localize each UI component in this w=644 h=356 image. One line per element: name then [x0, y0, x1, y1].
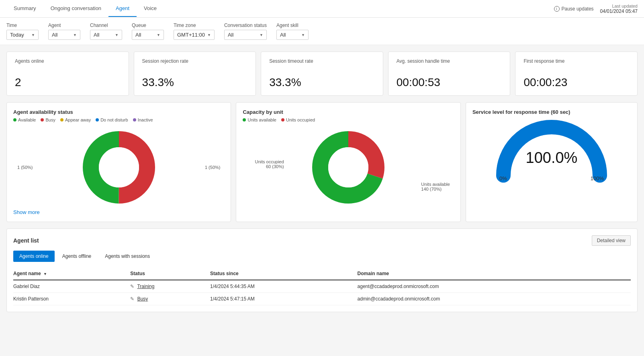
agent-since-cell: 1/4/2024 5:44:35 AM [210, 280, 358, 293]
column-header: Domain name [358, 268, 631, 280]
chevron-down-icon: ▼ [73, 33, 77, 37]
filter-label: Agent [48, 23, 80, 28]
service-level-card: Service level for response time (60 sec)… [466, 102, 638, 222]
chevron-down-icon: ▼ [260, 33, 263, 37]
status-text: Busy [137, 296, 148, 302]
legend-dot [133, 118, 136, 121]
kpi-title: Agents online [15, 58, 121, 64]
kpi-card: Session timeout rate 33.3% [261, 51, 383, 96]
legend-item: Busy [41, 117, 55, 122]
legend-dot [96, 118, 99, 121]
header-right: i Pause updates Last updated 04/01/2024 … [554, 4, 638, 14]
legend-item: Do not disturb [96, 117, 128, 122]
legend-dot [60, 118, 63, 121]
svg-point-2 [99, 147, 139, 187]
agent-domain-cell: admin@ccadadeprod.onmicrosoft.com [358, 293, 631, 305]
filter-group-queue: Queue All ▼ [132, 23, 164, 40]
agent-name-cell: Kristin Patterson [13, 293, 130, 305]
agent-tab-agents-online[interactable]: Agents online [13, 251, 55, 262]
kpi-value: 33.3% [269, 76, 375, 89]
tab-summary[interactable]: Summary [6, 0, 43, 17]
capacity-donut [308, 127, 388, 208]
filter-select[interactable]: All ▼ [276, 30, 309, 40]
kpi-card: Agents online 2 [6, 51, 129, 96]
column-header: Agent name ▼ [13, 268, 130, 280]
agent-name-cell: Gabriel Diaz [13, 280, 130, 293]
filter-label: Time zone [174, 23, 215, 28]
agent-availability-donut [79, 127, 159, 208]
donut-label-right: 1 (50%) [205, 165, 221, 170]
kpi-value: 33.3% [142, 76, 248, 89]
agent-status-cell: ✎ Training [130, 280, 210, 293]
info-circle-icon: i [554, 6, 560, 12]
agent-domain-cell: agent@ccadadeprod.onmicrosoft.com [358, 280, 631, 293]
agent-tabs: Agents onlineAgents offlineAgents with s… [13, 251, 631, 262]
table-row: Kristin Patterson ✎ Busy 1/4/2024 5:47:1… [13, 293, 631, 305]
agent-list-header: Agent list Detailed view [13, 235, 631, 246]
pause-updates-button[interactable]: i Pause updates [554, 6, 594, 12]
kpi-title: First response time [523, 58, 629, 64]
chevron-down-icon: ▼ [207, 33, 211, 37]
agent-tab-agents-offline[interactable]: Agents offline [56, 251, 98, 262]
agent-status-cell: ✎ Busy [130, 293, 210, 305]
filter-label: Time [6, 23, 39, 28]
gauge-container: 100.0% 0% 100% [472, 119, 631, 181]
main-content: Agents online 2 Session rejection rate 3… [0, 45, 644, 319]
kpi-title: Session rejection rate [142, 58, 248, 64]
filter-select[interactable]: All ▼ [132, 30, 164, 40]
legend-item: Inactive [133, 117, 153, 122]
kpi-card: First response time 00:00:23 [515, 51, 638, 96]
filter-group-conversation-status: Conversation status All ▼ [224, 23, 267, 40]
filter-group-agent: Agent All ▼ [48, 23, 80, 40]
agent-availability-title: Agent availability status [13, 109, 224, 115]
service-level-title: Service level for response time (60 sec) [472, 109, 631, 115]
agent-list-title: Agent list [13, 237, 39, 244]
filter-label: Conversation status [224, 23, 267, 28]
last-updated: Last updated 04/01/2024 05:47 [600, 4, 638, 14]
agent-table: Agent name ▼StatusStatus sinceDomain nam… [13, 268, 631, 305]
show-more-button[interactable]: Show more [13, 209, 224, 215]
kpi-title: Avg. session handle time [397, 58, 502, 64]
tab-ongoing-conversation[interactable]: Ongoing conversation [43, 0, 108, 17]
agent-tab-agents-with-sessions[interactable]: Agents with sessions [99, 251, 156, 262]
edit-icon[interactable]: ✎ [130, 284, 134, 289]
legend-dot [13, 118, 16, 121]
top-navigation: Summary Ongoing conversation Agent Voice… [0, 0, 644, 18]
filter-select[interactable]: Today ▼ [6, 30, 39, 40]
legend-item: Units occupied [281, 117, 315, 122]
kpi-value: 00:00:53 [397, 76, 502, 89]
cap-label-occupied: Units occupied60 (30%) [255, 159, 284, 169]
column-header: Status [130, 268, 210, 280]
agent-availability-card: Agent availability status Available Busy… [6, 102, 231, 222]
filter-select[interactable]: All ▼ [224, 30, 267, 40]
filters-bar: Time Today ▼ Agent All ▼ Channel All ▼ Q… [0, 18, 644, 45]
filter-select[interactable]: All ▼ [48, 30, 80, 40]
column-header: Status since [210, 268, 358, 280]
tab-voice[interactable]: Voice [137, 0, 164, 17]
gauge-scale: 0% 100% [499, 175, 604, 181]
kpi-value: 00:00:23 [523, 76, 629, 89]
agent-availability-legend: Available Busy Appear away Do not distur… [13, 117, 224, 122]
filter-select[interactable]: GMT+11:00 ▼ [174, 30, 215, 40]
legend-dot [41, 118, 44, 121]
tab-agent[interactable]: Agent [108, 0, 137, 17]
kpi-card: Avg. session handle time 00:00:53 [388, 51, 511, 96]
agent-since-cell: 1/4/2024 5:47:15 AM [210, 293, 358, 305]
detailed-view-button[interactable]: Detailed view [592, 235, 631, 246]
chevron-down-icon: ▼ [301, 33, 305, 37]
filter-label: Queue [132, 23, 164, 28]
agent-list-section: Agent list Detailed view Agents onlineAg… [6, 228, 638, 312]
capacity-legend: Units available Units occupied [243, 117, 454, 122]
filter-group-time: Time Today ▼ [6, 23, 39, 40]
legend-item: Available [13, 117, 36, 122]
filter-group-channel: Channel All ▼ [90, 23, 122, 40]
filter-select[interactable]: All ▼ [90, 30, 122, 40]
edit-icon[interactable]: ✎ [130, 296, 134, 302]
kpi-title: Session timeout rate [269, 58, 375, 64]
kpi-value: 2 [15, 76, 121, 89]
charts-row: Agent availability status Available Busy… [6, 102, 638, 222]
legend-dot [281, 118, 284, 121]
donut-label-left: 1 (50%) [17, 165, 33, 170]
capacity-title: Capacity by unit [243, 109, 454, 115]
chevron-down-icon: ▼ [115, 33, 119, 37]
